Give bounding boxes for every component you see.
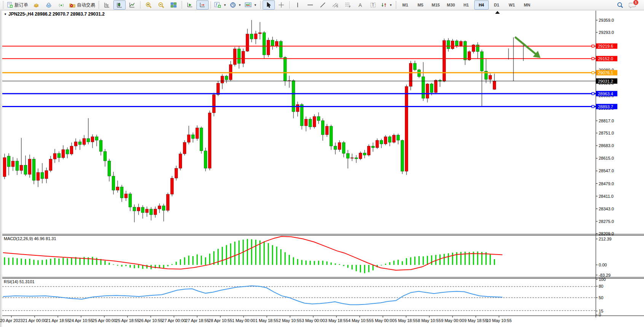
line-chart-icon [129,2,135,8]
bear-candle [279,42,282,58]
shapes-button[interactable]: T [367,0,379,10]
bull-candle [53,154,56,159]
arrow-objects-button[interactable]: ▼ [379,0,394,10]
bull-candle [359,153,362,159]
fibonacci-icon: F [344,2,351,8]
community-button[interactable] [43,0,55,10]
bear-candle [334,146,337,149]
bear-candle [363,153,366,155]
chart-shift-marker[interactable] [495,11,500,14]
timeframe-m5-button[interactable]: M5 [413,0,428,10]
bull-candle [313,117,316,127]
shapes-icon: T [370,2,376,8]
market-depth-button[interactable] [30,0,42,10]
bear-candle [95,137,98,140]
date-label: 1 May 18:55 [255,318,279,323]
level-line-handle[interactable] [592,93,594,95]
timeframe-mn-button[interactable]: MN [520,0,534,10]
tile-windows-button[interactable] [167,0,180,10]
svg-text:F: F [349,5,351,8]
date-label: 10 May 10:55 [486,318,512,323]
templates-button[interactable]: ▼ [243,0,258,10]
level-line-handle[interactable] [592,72,594,74]
level-line-handle[interactable] [592,106,594,108]
bull-candle [166,194,169,210]
bull-candle [246,34,249,51]
bull-candle [233,49,236,64]
zoom-in-button[interactable] [142,0,155,10]
toolbar-separator [140,1,140,9]
bull-candle [409,63,412,87]
channel-icon: E [332,2,339,8]
date-label: 4 May 10:55 [348,318,371,323]
macd-label: MACD(12,26,9) 46.96 81.31 [4,236,56,241]
bull-candle [405,87,408,172]
periods-button[interactable]: ▼ [228,0,243,10]
bar-chart-button[interactable] [101,0,113,10]
bull-candle [187,135,190,142]
bear-candle [225,76,228,80]
price-tick-label: 28615.0 [599,156,614,160]
timeframe-m30-button[interactable]: M30 [444,0,458,10]
toolbar-grip [181,1,182,9]
price-tick-label: 28683.0 [599,143,614,148]
market-depth-icon [33,2,39,8]
bear-candle [388,137,391,143]
bull-candle [217,83,220,95]
date-label: 27 Apr 00:00 [162,318,186,323]
level-line-handle[interactable] [592,58,594,60]
bear-candle [330,126,333,146]
line-chart-button[interactable] [126,0,138,10]
bull-candle [426,84,429,98]
candlestick-chart-icon [116,2,123,8]
chart-shift-button[interactable] [196,0,209,10]
crosshair-button[interactable] [275,0,287,10]
auto-scroll-button[interactable] [184,0,196,10]
search-button[interactable] [614,0,626,10]
horizontal-line-button[interactable] [304,0,316,10]
bull-candle [338,143,341,150]
zoom-out-button[interactable] [155,0,167,10]
rsi-tick-label: 100 [599,277,606,282]
bear-candle [162,206,165,210]
price-tick-label: 29293.0 [599,30,614,35]
macd-tick-label: -83.29 [599,273,611,277]
timeframe-w1-button[interactable]: W1 [505,0,519,10]
date-label: 21 Apr 18:55 [46,318,70,323]
level-line-handle[interactable] [592,45,594,47]
fibonacci-button[interactable]: F [342,0,354,10]
timeframe-h1-button[interactable]: H1 [459,0,473,10]
indicators-button[interactable]: f ▼ [213,0,228,10]
cursor-button[interactable] [263,0,275,10]
signals-button[interactable] [55,0,67,10]
chart-canvas[interactable]: 29359.029293.029225.029157.029089.029021… [0,11,644,327]
candlestick-chart-button[interactable] [113,0,126,10]
vertical-line-button[interactable] [292,0,304,10]
auto-trading-button[interactable]: 自动交易 [68,0,97,10]
date-label: 27 Apr 18:55 [185,318,209,323]
bull-candle [451,41,454,49]
chat-button[interactable]: 1 [626,0,639,10]
timeframe-m1-button[interactable]: M1 [398,0,413,10]
community-icon [46,2,52,8]
bear-candle [321,120,324,135]
trendline-button[interactable] [317,0,329,10]
auto-trading-label: 自动交易 [77,2,95,8]
timeframe-d1-button[interactable]: D1 [489,0,504,10]
timeframe-h4-button[interactable]: H4 [474,0,489,10]
channel-button[interactable]: E [329,0,341,10]
text-button[interactable]: A [354,0,367,10]
bull-candle [124,194,128,198]
bear-candle [112,176,115,190]
bear-candle [413,63,416,70]
timeframe-m15-button[interactable]: M15 [429,0,443,10]
bull-candle [49,159,52,170]
new-order-button[interactable]: 新订单 [5,0,30,10]
bull-candle [258,33,261,34]
price-tick-label: 28817.0 [599,119,614,123]
bar-chart-icon [104,2,110,8]
symbol-dropdown-marker: ▼ [4,13,7,16]
trendline-icon [320,2,326,8]
bull-candle [212,95,215,113]
date-label: 28 Apr 10:55 [209,318,232,323]
